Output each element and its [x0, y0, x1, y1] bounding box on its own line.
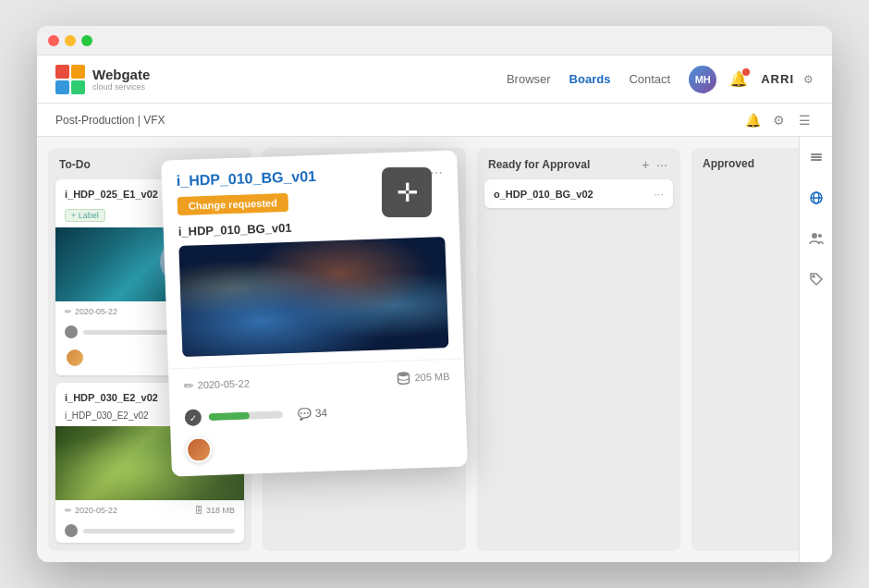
nav-contact[interactable]: Contact	[629, 72, 670, 86]
board-area: To-Do + ··· i_HDP_025_E1_v02 ··· + Label	[37, 137, 832, 562]
sidebar-icon-layers[interactable]	[803, 144, 829, 170]
close-button[interactable]	[48, 35, 59, 46]
column-title-approved: Approved	[703, 157, 754, 170]
svg-point-12	[813, 276, 814, 277]
right-sidebar	[799, 137, 832, 562]
logo: Webgate cloud services	[55, 65, 150, 94]
traffic-lights	[48, 35, 92, 46]
nav-actions: MH 🔔 ARRI ⚙	[689, 66, 814, 93]
column-ready-menu[interactable]: ···	[655, 157, 669, 172]
sidebar-icon-users[interactable]	[803, 226, 829, 251]
progress-check-icon	[65, 325, 78, 338]
column-ready-add[interactable]: +	[640, 157, 651, 172]
svg-point-13	[398, 372, 409, 376]
user-avatar[interactable]: MH	[689, 66, 716, 93]
logo-name: Webgate	[92, 67, 150, 82]
pencil-icon: ✏	[65, 307, 72, 316]
menu-icon[interactable]: ☰	[795, 111, 814, 129]
drag-cursor-overlay: ✛	[379, 165, 434, 220]
svg-point-10	[812, 233, 817, 239]
sidebar-icon-globe[interactable]	[803, 185, 829, 211]
card-label[interactable]: + Label	[65, 209, 105, 222]
nav-links: Browser Boards Contact	[507, 72, 670, 86]
progress-check-2	[65, 524, 78, 537]
move-icon: ✛	[397, 178, 418, 208]
sidebar-icon-tag[interactable]	[803, 266, 829, 292]
column-header-ready: Ready for Approval + ···	[477, 148, 680, 179]
card-todo-1-date: ✏ 2020-05-22	[65, 307, 117, 316]
column-title-ready: Ready for Approval	[488, 158, 590, 171]
notification-dot	[742, 68, 750, 76]
svg-rect-2	[55, 80, 69, 94]
alert-icon[interactable]: 🔔	[743, 111, 762, 129]
fp-check-icon: ✓	[185, 409, 202, 426]
card-ready-1-header: o_HDP_010_BG_v02 ···	[494, 187, 664, 201]
column-ready-cards: o_HDP_010_BG_v02 ···	[477, 179, 680, 208]
card-todo-2-title: i_HDP_030_E2_v02	[65, 392, 158, 403]
floating-size: 205 MB	[396, 369, 449, 386]
logo-icon	[55, 65, 85, 94]
card-todo-2-footer: ✏ 2020-05-22 🗄 318 MB	[55, 500, 244, 521]
app-window: Webgate cloud services Browser Boards Co…	[37, 26, 832, 562]
card-todo-2-progress	[55, 521, 244, 543]
column-ready: Ready for Approval + ··· o_HDP_010_BG_v0…	[477, 148, 680, 551]
svg-rect-4	[811, 153, 822, 155]
column-ready-actions: + ···	[640, 157, 669, 172]
titlebar	[37, 26, 832, 55]
svg-rect-5	[811, 156, 822, 158]
breadcrumb-actions: 🔔 ⚙ ☰	[743, 111, 814, 129]
floating-card-thumbnail	[178, 237, 448, 357]
db-icon-float	[396, 370, 411, 386]
card-todo-1-avatar	[65, 348, 85, 368]
logo-text: Webgate cloud services	[92, 67, 150, 92]
floating-card-body: i_HDP_010_BG_v01	[164, 214, 464, 368]
card-todo-2-size: 🗄 318 MB	[195, 506, 235, 515]
card-todo-2-date: ✏ 2020-05-22	[65, 506, 117, 515]
floating-card-title: i_HDP_010_BG_v01	[177, 168, 317, 190]
card-ready-1-menu[interactable]: ···	[654, 187, 664, 201]
settings-icon[interactable]: ⚙	[769, 111, 788, 129]
breadcrumb-bar: Post-Production | VFX 🔔 ⚙ ☰	[37, 104, 832, 137]
svg-point-11	[818, 234, 822, 238]
db-icon-2: 🗄	[195, 506, 203, 515]
nav-browser[interactable]: Browser	[507, 72, 551, 86]
change-requested-badge: Change requested	[177, 193, 289, 215]
pencil-icon-float: ✏	[183, 378, 194, 392]
minimize-button[interactable]	[65, 35, 76, 46]
floating-date: ✏ 2020-05-22	[183, 376, 250, 392]
floating-avatar	[186, 436, 213, 463]
card-ready-1[interactable]: o_HDP_010_BG_v02 ···	[484, 179, 673, 208]
fp-comments: 💬 34	[298, 407, 328, 421]
drag-cursor-bg: ✛	[382, 167, 432, 217]
column-approved: Approved	[692, 148, 799, 551]
column-header-approved: Approved	[692, 148, 799, 178]
navbar: Webgate cloud services Browser Boards Co…	[37, 55, 832, 104]
nav-boards[interactable]: Boards	[569, 72, 611, 86]
card-todo-1-title: i_HDP_025_E1_v02	[65, 189, 158, 200]
logo-sub: cloud services	[92, 82, 150, 92]
svg-rect-6	[811, 159, 822, 161]
arri-gear-icon: ⚙	[803, 73, 814, 86]
svg-rect-1	[71, 65, 85, 79]
svg-rect-0	[55, 65, 69, 79]
notification-bell[interactable]: 🔔	[726, 67, 752, 92]
column-title-todo: To-Do	[59, 158, 91, 171]
progress-bar-2	[83, 529, 235, 533]
chat-icon-float: 💬	[298, 407, 312, 421]
card-ready-1-title: o_HDP_010_BG_v02	[494, 189, 594, 200]
breadcrumb: Post-Production | VFX	[55, 114, 165, 127]
svg-rect-3	[71, 80, 85, 94]
pencil-icon-2: ✏	[65, 506, 72, 515]
maximize-button[interactable]	[81, 35, 92, 46]
fp-bar	[209, 410, 283, 421]
arri-logo: ARRI	[761, 72, 794, 86]
fp-bar-fill	[209, 412, 250, 422]
